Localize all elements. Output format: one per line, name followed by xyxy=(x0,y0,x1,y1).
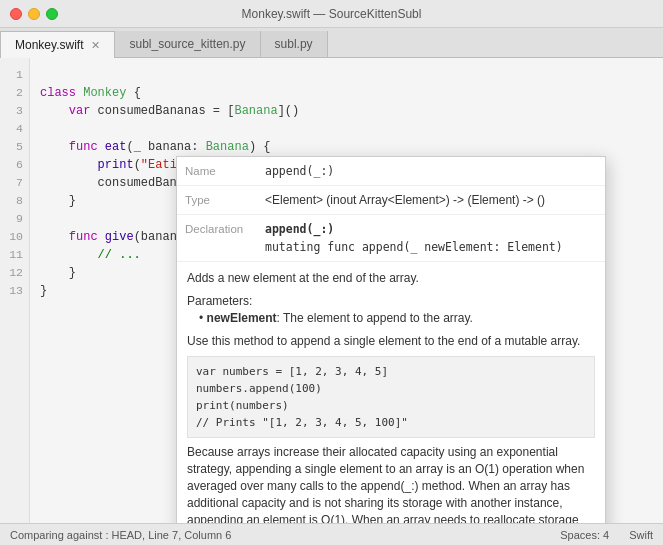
tab-label: subl.py xyxy=(275,37,313,51)
tab-close-monkey[interactable]: ✕ xyxy=(91,40,100,51)
autocomplete-popup: Name append(_:) Type <Element> (inout Ar… xyxy=(176,156,606,523)
tab-label: Monkey.swift xyxy=(15,38,83,52)
traffic-lights xyxy=(0,8,58,20)
close-button[interactable] xyxy=(10,8,22,20)
popup-type-row: Type <Element> (inout Array<Element>) ->… xyxy=(177,186,605,215)
code-editor[interactable]: 12345 678910 111213 class Monkey { var c… xyxy=(0,58,663,523)
window-title: Monkey.swift — SourceKittenSubl xyxy=(242,7,422,21)
decl-label: Declaration xyxy=(185,220,265,256)
statusbar-left: Comparing against : HEAD, Line 7, Column… xyxy=(10,529,231,541)
name-label: Name xyxy=(185,162,265,180)
type-label: Type xyxy=(185,191,265,209)
popup-name-row: Name append(_:) xyxy=(177,157,605,186)
minimize-button[interactable] xyxy=(28,8,40,20)
tab-subl[interactable]: subl.py xyxy=(261,31,328,57)
tab-label: subl_source_kitten.py xyxy=(129,37,245,51)
popup-description: Adds a new element at the end of the arr… xyxy=(177,262,605,523)
maximize-button[interactable] xyxy=(46,8,58,20)
titlebar: Monkey.swift — SourceKittenSubl xyxy=(0,0,663,28)
popup-decl-row: Declaration append(_:) mutating func app… xyxy=(177,215,605,262)
main-content: 12345 678910 111213 class Monkey { var c… xyxy=(0,58,663,523)
spaces-indicator: Spaces: 4 xyxy=(560,529,609,541)
decl-value: append(_:) mutating func append(_ newEle… xyxy=(265,220,597,256)
tabbar: Monkey.swift ✕ subl_source_kitten.py sub… xyxy=(0,28,663,58)
line-numbers: 12345 678910 111213 xyxy=(0,58,30,523)
statusbar: Comparing against : HEAD, Line 7, Column… xyxy=(0,523,663,545)
tab-monkey[interactable]: Monkey.swift ✕ xyxy=(0,31,115,58)
language-indicator: Swift xyxy=(629,529,653,541)
tab-subl-source-kitten[interactable]: subl_source_kitten.py xyxy=(115,31,260,57)
popup-code-block: var numbers = [1, 2, 3, 4, 5] numbers.ap… xyxy=(187,356,595,438)
name-value: append(_:) xyxy=(265,162,597,180)
type-value: <Element> (inout Array<Element>) -> (Ele… xyxy=(265,191,597,209)
statusbar-right: Spaces: 4 Swift xyxy=(560,529,653,541)
